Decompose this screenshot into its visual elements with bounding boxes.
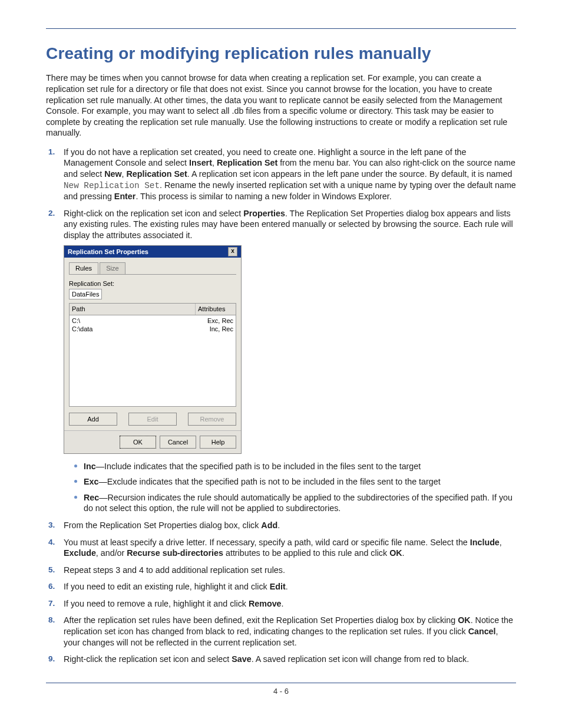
rule-path: C:\data: [72, 325, 198, 333]
dialog-body: Rules Size Replication Set: DataFiles Pa…: [64, 258, 241, 430]
bold-rec: Rec: [84, 493, 99, 502]
bold-add: Add: [261, 521, 277, 530]
text: Repeat steps 3 and 4 to add additional r…: [64, 565, 285, 575]
replication-set-properties-dialog: Replication Set Properties x Rules Size …: [64, 245, 242, 453]
step-3: 3.From the Replication Set Properties di…: [46, 520, 516, 531]
rules-list[interactable]: C:\ Exc, Rec C:\data Inc, Rec: [69, 315, 236, 407]
ok-button[interactable]: OK: [120, 436, 156, 449]
step-9: 9.Right-click the replication set icon a…: [46, 654, 516, 665]
dialog-titlebar: Replication Set Properties x: [64, 246, 241, 258]
column-path[interactable]: Path: [70, 304, 196, 314]
bold-ok: OK: [458, 615, 470, 625]
step-number: 9.: [48, 654, 55, 664]
step-number: 8.: [48, 615, 55, 625]
bold-edit: Edit: [270, 582, 286, 591]
close-button[interactable]: x: [228, 247, 237, 256]
step-number: 4.: [48, 537, 55, 548]
bold-inc: Inc: [84, 462, 96, 471]
text: .: [277, 521, 280, 530]
rule-attributes: Exc, Rec: [198, 317, 233, 325]
intro-paragraph: There may be times when you cannot brows…: [46, 73, 516, 138]
rule-attributes: Inc, Rec: [198, 325, 233, 333]
step-number: 2.: [48, 208, 55, 219]
text: , and/or: [96, 548, 127, 558]
text: Right-click on the replication set icon …: [64, 209, 243, 218]
text: If you need to remove a rule, highlight …: [64, 599, 249, 608]
list-item[interactable]: C:\data Inc, Rec: [72, 325, 233, 333]
replication-set-name: DataFiles: [69, 289, 102, 299]
text: From the Replication Set Properties dial…: [64, 521, 261, 530]
column-attributes[interactable]: Attributes: [196, 304, 236, 314]
text: You must at least specify a drive letter…: [64, 538, 470, 547]
def-exc: Exc—Exclude indicates that the specified…: [64, 476, 516, 487]
bold-include: Include: [470, 538, 500, 547]
dialog-inner-buttons: Add Edit Remove: [69, 413, 236, 426]
bold-cancel: Cancel: [468, 627, 496, 636]
step-number: 1.: [48, 147, 55, 157]
dialog-footer-buttons: OK Cancel Help: [64, 430, 241, 453]
step-5: 5.Repeat steps 3 and 4 to add additional…: [46, 565, 516, 576]
mono-default-name: New Replication Set: [64, 181, 160, 190]
text: ,: [500, 538, 502, 547]
text: .: [282, 599, 284, 608]
tab-rules[interactable]: Rules: [69, 262, 98, 274]
page-heading: Creating or modifying replication rules …: [46, 43, 516, 64]
page: Creating or modifying replication rules …: [0, 0, 562, 716]
step-number: 3.: [48, 520, 55, 531]
bold-exclude: Exclude: [64, 548, 96, 558]
text: Right-click the replication set icon and…: [64, 654, 232, 664]
step-1: 1. If you do not have a replication set …: [46, 147, 516, 202]
text: . A saved replication set icon will chan…: [252, 654, 470, 664]
remove-button[interactable]: Remove: [188, 413, 236, 426]
text: —Exclude indicates that the specified pa…: [98, 477, 440, 486]
bold-ok: OK: [389, 548, 402, 558]
top-rule: [46, 28, 516, 29]
tab-size[interactable]: Size: [100, 262, 125, 274]
page-number: 4 - 6: [46, 687, 516, 697]
bold-insert: Insert: [189, 158, 212, 167]
bold-replication-set: Replication Set: [127, 169, 187, 179]
step-2: 2. Right-click on the replication set ic…: [46, 208, 516, 514]
label-replication-set: Replication Set:: [69, 279, 236, 288]
bold-exc: Exc: [84, 477, 98, 486]
step-number: 6.: [48, 581, 55, 592]
list-item[interactable]: C:\ Exc, Rec: [72, 317, 233, 325]
attribute-definitions: Inc—Include indicates that the specified…: [64, 461, 516, 514]
cancel-button[interactable]: Cancel: [160, 436, 196, 449]
text: If you need to edit an existing rule, hi…: [64, 582, 270, 591]
text: .: [402, 548, 405, 558]
edit-button[interactable]: Edit: [128, 413, 177, 426]
rule-path: C:\: [72, 317, 198, 325]
dialog-title: Replication Set Properties: [68, 248, 148, 256]
bold-enter: Enter: [114, 192, 136, 201]
steps-list: 1. If you do not have a replication set …: [46, 147, 516, 665]
text: attributes to be applied to this rule an…: [223, 548, 389, 558]
step-number: 7.: [48, 598, 55, 609]
bold-remove: Remove: [249, 599, 282, 608]
text: —Include indicates that the specified pa…: [96, 462, 421, 471]
def-inc: Inc—Include indicates that the specified…: [64, 461, 516, 472]
help-button[interactable]: Help: [200, 436, 236, 449]
bold-properties: Properties: [243, 209, 285, 218]
text: . A replication set icon appears in the …: [187, 169, 513, 179]
bottom-rule: [46, 683, 516, 683]
list-header: Path Attributes: [69, 303, 236, 315]
text: —Recursion indicates the rule should aut…: [84, 493, 513, 513]
step-4: 4.You must at least specify a drive lett…: [46, 537, 516, 559]
bold-save: Save: [232, 654, 251, 664]
def-rec: Rec—Recursion indicates the rule should …: [64, 492, 516, 514]
add-button[interactable]: Add: [69, 413, 117, 426]
step-7: 7.If you need to remove a rule, highligh…: [46, 598, 516, 610]
step-number: 5.: [48, 565, 55, 575]
text: After the replication set rules have bee…: [64, 615, 458, 625]
tab-strip: Rules Size: [69, 262, 236, 274]
step-6: 6.If you need to edit an existing rule, …: [46, 581, 516, 592]
text: ,: [212, 158, 217, 167]
text: .: [286, 582, 288, 591]
step-8: 8.After the replication set rules have b…: [46, 615, 516, 648]
bold-recurse: Recurse sub-directories: [127, 548, 223, 558]
bold-replication-set: Replication Set: [217, 158, 277, 167]
text: . This process is similar to naming a ne…: [135, 192, 391, 201]
text: ,: [122, 169, 127, 179]
bold-new: New: [104, 169, 121, 179]
